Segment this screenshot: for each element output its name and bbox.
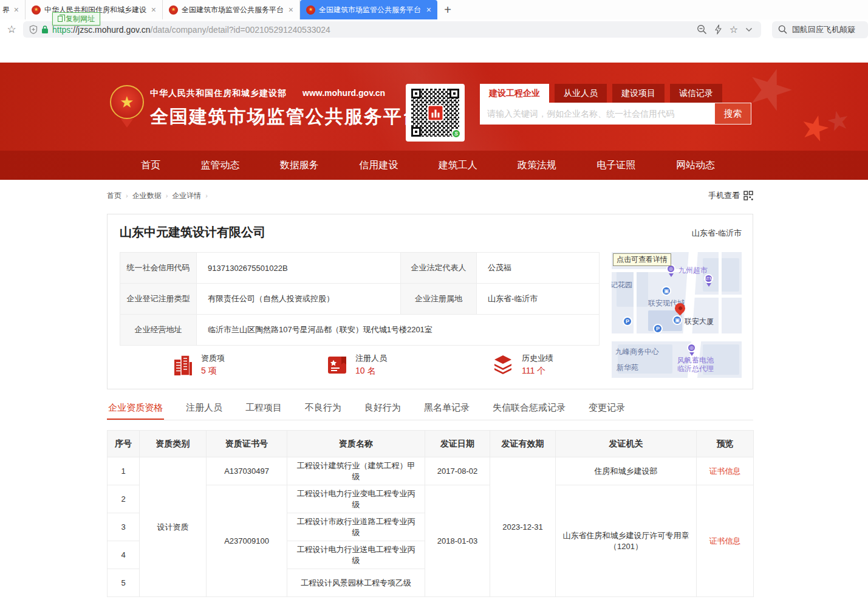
quick-search-text: 国航回应飞机颠簸 (792, 24, 855, 35)
ministry-url: www.mohurd.gov.cn (302, 88, 385, 98)
company-stats: 资质项 5 项 注册人员 10 名 历史业绩 111 个 (108, 353, 612, 385)
stat-value: 111 个 (522, 366, 553, 377)
close-icon[interactable]: × (14, 5, 19, 14)
cell-name: 工程设计电力行业变电工程专业丙级 (287, 485, 425, 513)
favorite-star-icon[interactable]: ☆ (730, 25, 738, 35)
stat-value: 5 项 (201, 366, 225, 377)
tab-blacklist[interactable]: 黑名单记录 (423, 397, 471, 420)
new-tab-button[interactable]: + (437, 0, 458, 19)
nav-item-ecert[interactable]: 电子证照 (597, 159, 636, 172)
tab-projects[interactable]: 工程项目 (244, 397, 283, 420)
main-nav: 首页 监管动态 数据服务 信用建设 建筑工人 政策法规 电子证照 网站动态 (0, 151, 868, 180)
nav-item-credit[interactable]: 信用建设 (359, 159, 398, 172)
search-tab-credit[interactable]: 诚信记录 (670, 84, 722, 103)
mobile-view-button[interactable]: 手机查看 (708, 190, 753, 201)
search-tab-enterprise[interactable]: 建设工程企业 (480, 84, 549, 103)
cell-category: 设计资质 (140, 457, 207, 597)
breadcrumb-separator: › (166, 192, 168, 199)
url-path: /data/company/detail?id=0021052912405330… (151, 25, 330, 35)
qualification-table: 序号 资质类别 资质证书号 资质名称 发证日期 发证有效期 发证机关 预览 1 … (107, 430, 754, 597)
col-issue-date: 发证日期 (425, 431, 490, 457)
cell-issue-date: 2018-01-03 (425, 485, 490, 597)
building-icon (172, 354, 194, 377)
company-location-map[interactable]: 点击可查看详情 ◎ 九州超市 ATM 记花园 ▣ 联安现代城 ▣ 联安大厦 P … (612, 252, 742, 378)
battery-pin-icon: ◎ (687, 343, 696, 352)
nav-item-news[interactable]: 网站动态 (676, 159, 715, 172)
cell-no: 1 (108, 457, 140, 485)
credit-code-value: 91371302675501022B (197, 253, 401, 284)
quick-search-box[interactable]: 国航回应飞机颠簸 (772, 21, 868, 38)
browser-tab-jzsc-active[interactable]: ★ 全国建筑市场监管公共服务平台 × (300, 0, 437, 19)
breadcrumb-home[interactable]: 首页 (107, 191, 121, 201)
tab-label: 界 (2, 5, 10, 15)
url-bar-row: ☆ https://jzsc.mohurd.gov.cn/data/compan… (0, 19, 868, 39)
nav-item-workers[interactable]: 建筑工人 (439, 159, 477, 172)
nav-item-data-service[interactable]: 数据服务 (280, 159, 319, 172)
tab-change-records[interactable]: 变更记录 (587, 397, 626, 420)
close-icon[interactable]: × (426, 5, 431, 14)
certificate-info-link[interactable]: 证书信息 (709, 536, 741, 545)
url-host: ://jzsc.mohurd.gov.cn (70, 25, 150, 35)
table-row: 统一社会信用代码 91371302675501022B 企业法定代表人 公茂福 (120, 253, 600, 284)
tab-qualifications[interactable]: 企业资质资格 (107, 397, 164, 420)
map-tooltip: 点击可查看详情 (613, 253, 671, 266)
stat-registered-personnel: 注册人员 10 名 (326, 353, 387, 377)
shield-plus-icon[interactable] (29, 25, 38, 34)
tab-registered-personnel[interactable]: 注册人员 (185, 397, 224, 420)
col-authority: 发证机关 (556, 431, 697, 457)
nav-item-policy[interactable]: 政策法规 (518, 159, 556, 172)
cell-cert-no: A237009100 (207, 485, 287, 597)
credit-code-label: 统一社会信用代码 (120, 253, 197, 284)
tab-good-behavior[interactable]: 良好行为 (363, 397, 402, 420)
qr-code-card: S (406, 84, 465, 142)
qr-center-logo-icon (427, 104, 443, 121)
poi-garden: 记花园 (612, 280, 632, 290)
col-no: 序号 (108, 431, 140, 457)
certificate-info-link[interactable]: 证书信息 (709, 467, 741, 476)
search-tab-project[interactable]: 建设项目 (612, 84, 665, 103)
search-tab-personnel[interactable]: 从业人员 (555, 84, 607, 103)
close-icon[interactable]: × (289, 5, 293, 14)
keyword-search-input[interactable] (480, 103, 714, 125)
national-emblem-icon: ★ (32, 5, 41, 15)
breadcrumb-company-detail[interactable]: 企业详情 (172, 191, 201, 201)
reg-type-label: 企业登记注册类型 (120, 284, 197, 315)
chevron-down-icon[interactable] (745, 27, 753, 32)
nav-item-home[interactable]: 首页 (141, 159, 160, 172)
nav-item-supervision[interactable]: 监管动态 (200, 159, 239, 172)
reg-type-value: 有限责任公司（自然人投资或控股） (197, 284, 401, 315)
search-button[interactable]: 搜索 (714, 103, 751, 125)
atm-pin-icon: ATM (704, 274, 713, 283)
breadcrumb-company-data[interactable]: 企业数据 (132, 191, 162, 201)
close-icon[interactable]: × (151, 5, 156, 14)
copy-url-tooltip[interactable]: 复制网址 (52, 12, 100, 26)
stat-label: 资质项 (201, 353, 225, 364)
browser-tab-jzsc-1[interactable]: ★ 全国建筑市场监管公共服务平台 × (163, 0, 300, 19)
parking-icon: P (623, 316, 632, 326)
poi-jiufeng-center: 九峰商务中心 (615, 347, 659, 357)
address-value: 临沂市兰山区陶然路107号星河晶都（联安）现代城1号楼2201室 (197, 315, 600, 346)
certificate-icon (326, 354, 348, 376)
table-header-row: 序号 资质类别 资质证书号 资质名称 发证日期 发证有效期 发证机关 预览 (108, 431, 754, 457)
tab-dishonesty-records[interactable]: 失信联合惩戒记录 (491, 397, 567, 420)
cell-name: 工程设计市政行业道路工程专业丙级 (287, 513, 425, 541)
tab-bad-behavior[interactable]: 不良行为 (304, 397, 343, 420)
ministry-name: 中华人民共和国住房和城乡建设部 (150, 88, 287, 99)
tower-pin-icon: ▣ (672, 315, 682, 325)
cell-authority: 住房和城乡建设部 (556, 457, 697, 485)
address-bar[interactable]: https://jzsc.mohurd.gov.cn/data/company/… (23, 21, 761, 38)
zoom-out-icon[interactable] (697, 24, 707, 35)
qr-finder-icon (449, 89, 459, 98)
site-brand: 中华人民共和国住房和城乡建设部 www.mohurd.gov.cn 全国建筑市场… (150, 88, 422, 129)
url-actions: ☆ (697, 24, 755, 35)
bookmark-star-icon[interactable]: ☆ (0, 23, 23, 36)
table-row: 企业登记注册类型 有限责任公司（自然人投资或控股） 企业注册属地 山东省-临沂市 (120, 284, 600, 315)
browser-tab-partial[interactable]: 界 × (0, 0, 26, 19)
lightning-icon[interactable] (714, 24, 722, 35)
col-cert-no: 资质证书号 (207, 431, 287, 457)
poi-battery-line2: 临沂总代理 (677, 364, 714, 374)
cell-no: 3 (108, 513, 140, 541)
stat-history-performance: 历史业绩 111 个 (491, 353, 553, 377)
cell-issue-date: 2017-08-02 (425, 457, 490, 485)
qr-finder-icon (411, 127, 421, 137)
